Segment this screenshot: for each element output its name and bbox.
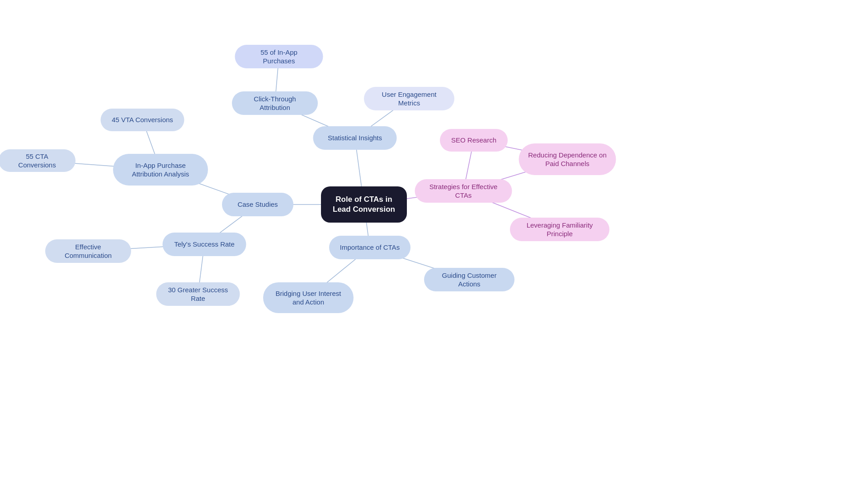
case-studies-node[interactable]: Case Studies [222, 193, 293, 216]
strategies-label: Strategies for Effective CTAs [424, 182, 503, 200]
cta-conversions-node[interactable]: 55 CTA Conversions [0, 149, 75, 172]
tely-success-node[interactable]: Tely's Success Rate [163, 233, 246, 256]
importance-ctas-node[interactable]: Importance of CTAs [329, 236, 410, 259]
guiding-node[interactable]: Guiding Customer Actions [424, 268, 514, 291]
leveraging-label: Leveraging Familiarity Principle [519, 221, 600, 238]
cta-conversions-label: 55 CTA Conversions [8, 152, 66, 170]
effective-comm-label: Effective Communication [54, 243, 122, 260]
seo-research-label: SEO Research [451, 136, 496, 145]
user-engagement-label: User Engagement Metrics [373, 90, 445, 108]
in-app-analysis-label: In-App Purchase Attribution Analysis [122, 161, 199, 179]
bridging-node[interactable]: Bridging User Interest and Action [263, 282, 354, 313]
center-node[interactable]: Role of CTAs in Lead Conversion [321, 186, 407, 223]
effective-comm-node[interactable]: Effective Communication [45, 239, 131, 263]
in-app-analysis-node[interactable]: In-App Purchase Attribution Analysis [113, 154, 208, 186]
greater-success-label: 30 Greater Success Rate [165, 285, 231, 303]
bridging-label: Bridging User Interest and Action [272, 289, 344, 307]
center-label: Role of CTAs in Lead Conversion [330, 195, 398, 214]
click-through-label: Click-Through Attribution [241, 95, 309, 112]
leveraging-node[interactable]: Leveraging Familiarity Principle [510, 218, 609, 241]
user-engagement-node[interactable]: User Engagement Metrics [364, 87, 454, 110]
vta-conversions-node[interactable]: 45 VTA Conversions [101, 109, 184, 131]
statistical-insights-node[interactable]: Statistical Insights [313, 126, 397, 150]
reducing-dep-node[interactable]: Reducing Dependence on Paid Channels [519, 143, 616, 175]
reducing-dep-label: Reducing Dependence on Paid Channels [528, 151, 607, 168]
statistical-insights-label: Statistical Insights [328, 133, 382, 143]
case-studies-label: Case Studies [237, 200, 278, 209]
guiding-label: Guiding Customer Actions [433, 271, 505, 289]
strategies-node[interactable]: Strategies for Effective CTAs [415, 179, 512, 203]
click-through-node[interactable]: Click-Through Attribution [232, 91, 318, 115]
in-app-55-node[interactable]: 55 of In-App Purchases [235, 45, 323, 68]
in-app-55-label: 55 of In-App Purchases [244, 48, 314, 66]
importance-ctas-label: Importance of CTAs [340, 243, 400, 252]
vta-conversions-label: 45 VTA Conversions [112, 115, 173, 124]
greater-success-node[interactable]: 30 Greater Success Rate [156, 282, 240, 306]
tely-success-label: Tely's Success Rate [174, 240, 235, 249]
seo-research-node[interactable]: SEO Research [440, 129, 508, 152]
